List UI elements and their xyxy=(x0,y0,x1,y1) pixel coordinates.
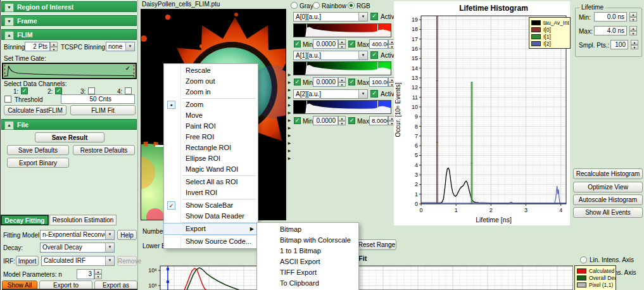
channel-1-dropdown[interactable]: A[1][a.u.] ▼ xyxy=(293,51,368,60)
threshold-checkbox[interactable] xyxy=(4,96,11,103)
save-result-button[interactable]: Save Result xyxy=(35,132,104,142)
lifetime-min-field[interactable]: 0.0 ns xyxy=(594,12,627,22)
submenu-item-bitmap[interactable]: Bitmap xyxy=(257,224,358,235)
menu-item-paint-roi[interactable]: Paint ROI xyxy=(164,121,258,132)
channel-2-active-checkbox[interactable]: ✓ xyxy=(370,90,378,98)
irf-dropdown[interactable]: Calculated IRF ▼ xyxy=(41,256,115,266)
menu-item-zoom-in[interactable]: Zoom in xyxy=(164,87,258,98)
menu-item-move[interactable]: Move xyxy=(164,110,258,121)
save-defaults-button[interactable]: Save Defaults xyxy=(7,145,69,155)
model-parameters-field[interactable]: 3 xyxy=(77,269,94,279)
autoscale-histogram-button[interactable]: Autoscale Histogram xyxy=(573,194,643,205)
menu-item-magic-wand-roi[interactable]: Magic Wand ROI xyxy=(164,164,258,175)
dropdown-arrow-icon[interactable]: ▼ xyxy=(105,243,114,252)
channel-0-histogram[interactable] xyxy=(293,23,391,37)
section-header-region-of-interest[interactable]: ▼ Region of Interest xyxy=(1,1,137,12)
model-parameters-spinner[interactable]: ▲▼ xyxy=(94,269,102,279)
submenu-item-1-to-1-bitmap[interactable]: 1 to 1 Bitmap xyxy=(257,246,358,256)
decay-dropdown[interactable]: Overall Decay ▼ xyxy=(40,243,115,253)
channel-1-max-checkbox[interactable]: ✓ xyxy=(348,79,355,85)
reset-range-button[interactable]: Reset Range xyxy=(357,239,396,250)
channel-0-min-marker[interactable] xyxy=(306,24,307,37)
remove-irf-button[interactable]: Remove xyxy=(117,256,137,266)
menu-item-rescale[interactable]: Rescale xyxy=(164,65,258,76)
channel-3-checkbox[interactable] xyxy=(88,87,95,94)
optimize-view-button[interactable]: Optimize View xyxy=(573,182,643,192)
channel-0-min-checkbox[interactable]: ✓ xyxy=(294,41,301,47)
import-irf-button[interactable]: Import xyxy=(16,256,39,266)
lifetime-min-spinner[interactable]: ▲▼ xyxy=(629,12,637,22)
lin-intensity-axis-radio[interactable] xyxy=(580,256,587,263)
display-mode-rainbow-radio[interactable] xyxy=(313,2,320,9)
calculate-fastflim-button[interactable]: Calculate FastFLIM xyxy=(4,105,66,115)
channel-2-max-checkbox[interactable]: ✓ xyxy=(348,117,355,124)
channel-2-dropdown[interactable]: A[2][a.u.] ▼ xyxy=(293,89,368,99)
channel-4-checkbox[interactable] xyxy=(125,87,132,94)
menu-item-export[interactable]: Export▶ xyxy=(164,224,258,234)
fitting-model-dropdown[interactable]: n-Exponential Reconvolutio ▼ xyxy=(40,230,115,240)
channel-2-histogram[interactable] xyxy=(293,100,391,114)
dropdown-arrow-icon[interactable]: ▼ xyxy=(358,90,367,98)
channel-1-min-field[interactable]: 0.0000 xyxy=(313,77,338,87)
menu-item-invert-roi[interactable]: Invert ROI xyxy=(164,187,258,198)
panel-splitter[interactable]: ▶▶▶▶▶▶▶▶▶▶▶▶ xyxy=(286,71,293,163)
flim-fit-button[interactable]: FLIM Fit xyxy=(70,105,136,115)
channel-2-max-field[interactable]: 8.0000 xyxy=(369,116,388,125)
time-gate-plot[interactable]: ✓ xyxy=(2,63,137,79)
channel-0-max-marker[interactable] xyxy=(377,24,378,37)
channel-1-histogram[interactable] xyxy=(293,61,391,75)
channel-2-min-marker[interactable] xyxy=(306,101,307,113)
submenu-item-ascii-export[interactable]: ASCII Export xyxy=(257,256,358,267)
display-mode-rgb-radio[interactable] xyxy=(348,2,355,9)
dropdown-arrow-icon[interactable]: ▼ xyxy=(358,13,367,21)
binning-field[interactable]: 2 Pts xyxy=(25,42,50,51)
menu-item-free-roi[interactable]: Free ROI xyxy=(164,132,258,142)
channel-1-max-marker[interactable] xyxy=(377,62,378,75)
channel-0-max-field[interactable]: 400.000 xyxy=(369,39,388,49)
collapse-arrow-icon[interactable]: ▲ xyxy=(4,31,14,40)
section-header-flim[interactable]: ▲ FLIM xyxy=(1,29,137,40)
channel-1-min-checkbox[interactable]: ✓ xyxy=(294,79,301,85)
threshold-field[interactable]: 50 Cnts xyxy=(61,94,135,104)
collapse-arrow-icon[interactable]: ▼ xyxy=(4,3,14,12)
channel-2-min-checkbox[interactable]: ✓ xyxy=(294,117,301,124)
lifetime-max-field[interactable]: 4.0 ns xyxy=(594,26,627,35)
channel-2-checkbox[interactable]: ✓ xyxy=(55,87,62,94)
submenu-item-tiff-export[interactable]: TIFF Export xyxy=(257,267,358,278)
tab-resolution-estimation[interactable]: Resolution Estimation xyxy=(49,215,117,225)
menu-item-show-data-reader[interactable]: Show Data Reader xyxy=(164,211,258,222)
channel-0-active-checkbox[interactable]: ✓ xyxy=(370,13,378,20)
channel-0-min-spinner[interactable]: ▲▼ xyxy=(338,39,346,49)
tab-decay-fitting[interactable]: Decay Fitting xyxy=(1,215,49,225)
lifetime-max-spinner[interactable]: ▲▼ xyxy=(629,26,637,35)
submenu-item-to-clipboard[interactable]: To Clipboard xyxy=(257,278,358,289)
menu-item-zoom[interactable]: ●Zoom xyxy=(164,99,258,110)
channel-0-min-field[interactable]: 0.0000 xyxy=(313,39,338,49)
recalculate-histogram-button[interactable]: Recalculate Histogram xyxy=(573,168,643,179)
lifetime-smpl-pts-spinner[interactable]: ▲▼ xyxy=(631,40,638,49)
tcspc-binning-dropdown[interactable]: none ▼ xyxy=(106,42,135,51)
section-header-file[interactable]: ▲ File xyxy=(1,119,137,130)
collapse-arrow-icon[interactable]: ▲ xyxy=(4,121,14,130)
menu-item-rectangle-roi[interactable]: Rectangle ROI xyxy=(164,142,258,153)
dropdown-arrow-icon[interactable]: ▼ xyxy=(125,42,134,51)
display-mode-gray-radio[interactable] xyxy=(291,2,298,9)
channel-0-dropdown[interactable]: A[0][a.u.] ▼ xyxy=(293,12,368,22)
menu-item-select-all-as-roi[interactable]: Select All as ROI xyxy=(164,177,258,187)
channel-2-max-marker[interactable] xyxy=(377,101,378,113)
collapse-arrow-icon[interactable]: ▼ xyxy=(4,17,14,26)
show-all-events-button[interactable]: Show All Events xyxy=(573,207,643,218)
channel-1-min-spinner[interactable]: ▲▼ xyxy=(338,77,346,87)
dropdown-arrow-icon[interactable]: ▼ xyxy=(358,51,367,60)
export-binary-button[interactable]: Export Binary xyxy=(7,158,69,168)
menu-item-show-source-code[interactable]: Show Source Code... xyxy=(164,236,258,247)
channel-0-max-checkbox[interactable]: ✓ xyxy=(348,41,355,47)
menu-item-show-scalebar[interactable]: ✓Show ScaleBar xyxy=(164,200,258,211)
binning-spinner[interactable]: ▲▼ xyxy=(50,42,58,51)
channel-2-min-spinner[interactable]: ▲▼ xyxy=(338,116,346,125)
channel-1-active-checkbox[interactable]: ✓ xyxy=(370,51,378,59)
dropdown-arrow-icon[interactable]: ▼ xyxy=(105,230,114,239)
channel-1-checkbox[interactable]: ✓ xyxy=(21,87,28,94)
menu-item-zoom-out[interactable]: Zoom out xyxy=(164,76,258,87)
channel-1-max-field[interactable]: 100.000 xyxy=(369,77,388,87)
